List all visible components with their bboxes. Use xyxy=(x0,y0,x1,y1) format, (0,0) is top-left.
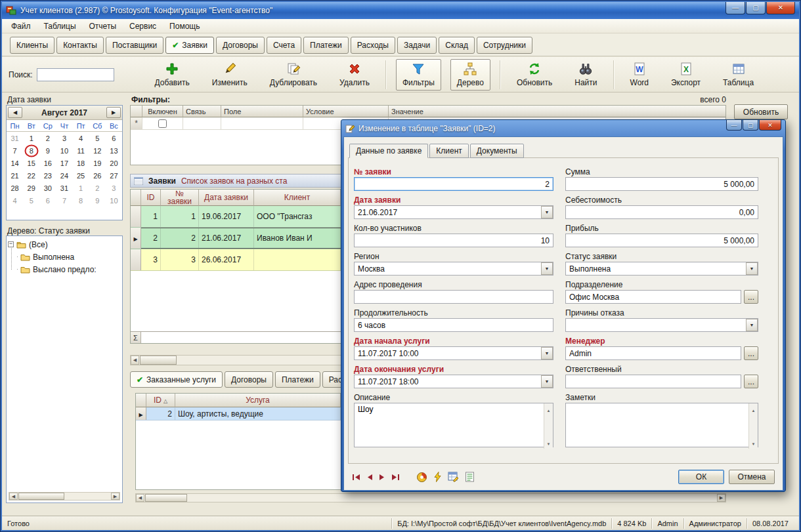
menu-tables[interactable]: Таблицы xyxy=(37,20,83,33)
calendar-day[interactable]: 10 xyxy=(56,144,72,157)
filters-button[interactable]: Фильтры xyxy=(396,59,441,91)
scroll-up-icon[interactable] xyxy=(547,405,551,414)
calendar-day[interactable]: 3 xyxy=(106,182,122,194)
calendar-day[interactable]: 30 xyxy=(39,182,56,194)
calendar-day[interactable]: 13 xyxy=(106,144,122,157)
calendar-day[interactable]: 7 xyxy=(7,144,23,157)
calendar-day[interactable]: 6 xyxy=(106,132,122,144)
scroll-down-icon[interactable] xyxy=(752,438,756,447)
request-date-input[interactable] xyxy=(354,205,553,219)
tab-employees[interactable]: Сотрудники xyxy=(477,37,532,54)
minimize-button[interactable]: — xyxy=(725,2,745,14)
calendar-next-icon[interactable] xyxy=(106,107,121,118)
tab-payments[interactable]: Платежи xyxy=(303,37,349,54)
tab-suppliers[interactable]: Поставщики xyxy=(106,37,163,54)
tree-item-all[interactable]: (Все) xyxy=(8,238,121,251)
calendar-day[interactable]: 12 xyxy=(89,144,106,157)
tree-button[interactable]: Дерево xyxy=(450,59,490,91)
textarea-scrollbar[interactable] xyxy=(544,403,553,449)
tree-item-done[interactable]: Выполнена xyxy=(16,251,121,263)
word-button[interactable]: W Word xyxy=(624,59,655,91)
calendar-day[interactable]: 31 xyxy=(7,132,23,144)
search-input[interactable] xyxy=(37,68,114,81)
calendar-day[interactable]: 9 xyxy=(39,144,56,157)
calendar-day[interactable]: 4 xyxy=(7,194,23,207)
col-client[interactable]: Клиент xyxy=(254,190,341,206)
dropdown-icon[interactable] xyxy=(541,375,553,388)
calendar-day[interactable]: 21 xyxy=(7,169,23,182)
cancel-button[interactable]: Отмена xyxy=(729,470,775,484)
address-input[interactable] xyxy=(354,290,553,304)
row-selector[interactable] xyxy=(136,407,146,420)
duration-input[interactable] xyxy=(354,318,553,332)
scrollbar-thumb[interactable] xyxy=(145,494,187,502)
calendar-day[interactable]: 11 xyxy=(73,144,89,157)
scroll-left-icon[interactable] xyxy=(9,493,18,500)
calendar-day[interactable]: 1 xyxy=(23,132,39,144)
dropdown-icon[interactable] xyxy=(746,319,758,331)
form-edit-icon[interactable] xyxy=(448,472,459,482)
department-lookup-button[interactable]: ... xyxy=(744,290,758,304)
calendar-day[interactable]: 19 xyxy=(89,157,106,169)
calendar-day[interactable]: 26 xyxy=(89,169,106,182)
find-button[interactable]: Найти xyxy=(568,59,603,91)
dropdown-icon[interactable] xyxy=(541,206,553,218)
service-end-input[interactable] xyxy=(354,375,553,388)
calendar-day[interactable]: 17 xyxy=(56,157,72,169)
tab-client[interactable]: Клиент xyxy=(429,144,469,158)
filter-col-field[interactable]: Поле xyxy=(221,106,303,117)
cost-input[interactable] xyxy=(565,205,758,219)
export-sheet-icon[interactable] xyxy=(465,472,475,482)
region-input[interactable] xyxy=(354,262,553,276)
calendar-day[interactable]: 31 xyxy=(56,182,72,194)
dialog-minimize-button[interactable]: — xyxy=(726,120,742,131)
tab-expenses[interactable]: Расходы xyxy=(351,37,395,54)
first-record-icon[interactable] xyxy=(352,474,360,481)
col-request-date[interactable]: Дата заявки xyxy=(199,190,254,206)
department-input[interactable] xyxy=(565,290,741,304)
calendar-day[interactable]: 22 xyxy=(23,169,39,182)
row-selector[interactable] xyxy=(131,206,141,227)
col-request-number[interactable]: № заявки xyxy=(161,190,199,206)
calendar-day[interactable]: 16 xyxy=(39,157,56,169)
calendar-day[interactable]: 24 xyxy=(56,169,72,182)
dialog-maximize-button[interactable]: ▢ xyxy=(743,120,758,131)
participants-input[interactable] xyxy=(354,234,553,247)
collapse-icon[interactable] xyxy=(8,241,14,247)
calendar-day[interactable]: 8 xyxy=(73,194,89,207)
duplicate-button[interactable]: Дублировать xyxy=(263,59,324,91)
last-record-icon[interactable] xyxy=(391,474,400,481)
calendar-day[interactable]: 15 xyxy=(23,157,39,169)
scroll-right-icon[interactable] xyxy=(111,493,119,500)
filter-enabled-checkbox[interactable] xyxy=(158,119,167,128)
calendar-day[interactable]: 7 xyxy=(56,194,72,207)
tree-item-proposal-sent[interactable]: Выслано предло: xyxy=(16,263,121,276)
scroll-up-icon[interactable] xyxy=(752,405,756,414)
calendar-day[interactable]: 10 xyxy=(106,194,122,207)
dropdown-icon[interactable] xyxy=(746,262,758,275)
export-button[interactable]: X Экспорт xyxy=(664,59,707,91)
filter-col-link[interactable]: Связь xyxy=(183,106,221,117)
pie-chart-icon[interactable] xyxy=(416,472,427,483)
close-button[interactable]: ✕ xyxy=(766,2,795,14)
maximize-button[interactable]: ▢ xyxy=(746,2,766,14)
tab-contacts[interactable]: Контакты xyxy=(56,37,104,54)
calendar-day[interactable]: 6 xyxy=(39,194,56,207)
col-service-id[interactable]: ID xyxy=(146,394,175,407)
tab-request-data[interactable]: Данные по заявке xyxy=(349,144,428,158)
delete-button[interactable]: Удалить xyxy=(333,59,376,91)
calendar-day[interactable]: 5 xyxy=(23,194,39,207)
calendar-day[interactable]: 18 xyxy=(73,157,89,169)
calendar-day[interactable]: 9 xyxy=(89,194,106,207)
scroll-left-icon[interactable] xyxy=(131,356,139,365)
menu-file[interactable]: Файл xyxy=(5,20,37,33)
scrollbar-thumb[interactable] xyxy=(18,493,64,500)
calendar-day[interactable]: 1 xyxy=(73,182,89,194)
row-selector[interactable] xyxy=(131,249,141,270)
col-id[interactable]: ID xyxy=(141,190,161,206)
tab-warehouse[interactable]: Склад xyxy=(439,37,475,54)
filter-col-value[interactable]: Значение xyxy=(389,106,725,117)
calendar-day[interactable]: 29 xyxy=(23,182,39,194)
textarea-scrollbar[interactable] xyxy=(748,403,758,449)
status-input[interactable] xyxy=(565,262,758,276)
